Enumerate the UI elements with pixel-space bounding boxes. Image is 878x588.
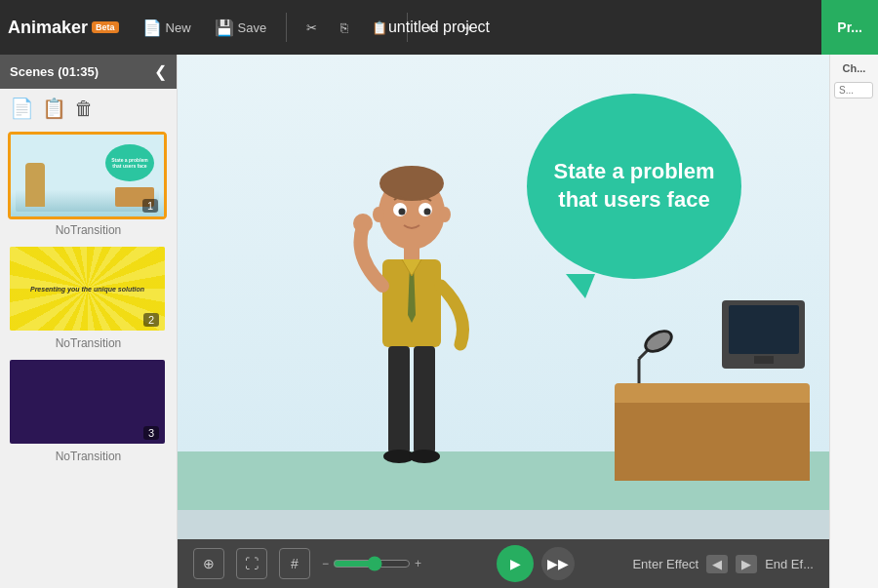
play-button[interactable]: ▶ [497, 545, 534, 582]
main-layout: Scenes (01:35) ❮ 📄 📋 🗑 State a problem t… [0, 55, 878, 588]
svg-rect-8 [404, 245, 419, 259]
zoom-slider-area: − + [322, 556, 439, 571]
scene-item-1: State a problem that users face 1 NoTran… [8, 132, 169, 241]
delete-scene-button[interactable]: 🗑 [74, 97, 94, 120]
svg-point-6 [373, 207, 384, 222]
scene-2-number: 2 [143, 313, 159, 327]
new-button[interactable]: 📄 New [135, 15, 199, 41]
enter-effect-label: Enter Effect [632, 557, 698, 571]
beta-badge: Beta [92, 21, 119, 33]
scene-thumbnail-3[interactable]: 3 [8, 358, 167, 446]
forward-button[interactable]: ▶▶ [541, 547, 575, 580]
paste-icon: 📋 [372, 20, 387, 35]
desk-body [615, 403, 810, 481]
grid-button[interactable]: # [279, 548, 310, 579]
cut-icon: ✂ [306, 20, 317, 35]
scene-item-2: Presenting you the unique solution 2 NoT… [8, 245, 169, 354]
scene-2-transition[interactable]: NoTransition [8, 333, 169, 354]
scene-thumbnail-1[interactable]: State a problem that users face 1 [8, 132, 167, 219]
scenes-collapse-button[interactable]: ❮ [154, 62, 167, 81]
fit-view-button[interactable]: ⊕ [193, 548, 224, 579]
forward-icon: ▶▶ [547, 556, 569, 571]
effect-labels: Enter Effect ◀ ▶ End Ef... [632, 555, 814, 573]
save-icon: 💾 [215, 19, 234, 37]
project-title: untitled project [388, 19, 490, 36]
desk [615, 383, 810, 510]
add-scene-button[interactable]: 📄 [10, 97, 34, 120]
preview-button[interactable]: Pr... [821, 0, 878, 55]
scenes-header: Scenes (01:35) ❮ [0, 55, 177, 89]
play-controls: ▶ ▶▶ [497, 545, 575, 582]
enter-effect-next-button[interactable]: ▶ [736, 555, 757, 573]
scene-actions: 📄 📋 🗑 [0, 89, 177, 128]
bottom-toolbar: ⊕ ⛶ # − + ▶ ▶▶ [178, 539, 829, 588]
right-panel-header: Ch... [834, 62, 874, 74]
right-panel: Ch... [829, 55, 878, 588]
scene-1-transition[interactable]: NoTransition [8, 219, 169, 241]
copy-icon: ⎘ [340, 20, 348, 35]
scene-thumbnail-2[interactable]: Presenting you the unique solution 2 [8, 245, 167, 333]
scene-2-preview-text: Presenting you the unique solution [30, 286, 144, 293]
zoom-slider[interactable] [333, 556, 411, 571]
svg-point-1 [379, 166, 444, 201]
main-canvas[interactable]: State a problem that users face [178, 55, 829, 539]
enter-effect-prev-button[interactable]: ◀ [706, 555, 728, 573]
svg-point-14 [409, 450, 440, 463]
monitor [722, 300, 805, 369]
fullscreen-icon: ⛶ [245, 556, 259, 571]
logo-text: Animaker [8, 18, 88, 38]
play-icon: ▶ [510, 556, 521, 571]
scene-item-3: 3 NoTransition [8, 358, 169, 467]
scenes-header-title: Scenes (01:35) [10, 64, 99, 79]
new-doc-icon: 📄 [142, 19, 162, 37]
logo-area: Animaker Beta [8, 18, 119, 38]
character-search-input[interactable] [834, 82, 873, 98]
speech-bubble[interactable]: State a problem that users face [527, 94, 741, 279]
scene-3-transition[interactable]: NoTransition [8, 446, 169, 467]
canvas-area: State a problem that users face [178, 55, 829, 588]
scene-1-number: 1 [142, 199, 158, 213]
grid-icon: # [291, 556, 299, 571]
topbar: Animaker Beta 📄 New 💾 Save ✂ ⎘ 📋 ↩ ↪ unt… [0, 0, 878, 55]
fullscreen-button[interactable]: ⛶ [236, 548, 267, 579]
copy-button[interactable]: ⎘ [333, 17, 356, 39]
svg-rect-11 [388, 346, 410, 453]
character-figure[interactable] [334, 159, 490, 490]
speech-bubble-text: State a problem that users face [527, 142, 741, 229]
scene-3-number: 3 [143, 426, 159, 440]
zoom-minus-icon: − [322, 557, 329, 570]
svg-point-15 [353, 214, 373, 233]
svg-point-7 [439, 207, 451, 222]
save-button[interactable]: 💾 Save [207, 15, 275, 41]
project-title-area: untitled project [388, 19, 490, 36]
toolbar-divider-1 [286, 13, 287, 42]
svg-point-5 [424, 209, 431, 216]
scenes-list: State a problem that users face 1 NoTran… [0, 128, 177, 588]
svg-rect-12 [414, 346, 435, 453]
fit-icon: ⊕ [203, 556, 215, 571]
duplicate-scene-button[interactable]: 📋 [42, 97, 66, 120]
end-effect-label: End Ef... [765, 557, 814, 571]
zoom-plus-icon: + [415, 557, 421, 570]
lamp [619, 330, 673, 388]
scenes-panel: Scenes (01:35) ❮ 📄 📋 🗑 State a problem t… [0, 55, 178, 588]
svg-point-4 [399, 209, 406, 216]
cut-button[interactable]: ✂ [299, 17, 325, 39]
monitor-screen [729, 305, 799, 354]
